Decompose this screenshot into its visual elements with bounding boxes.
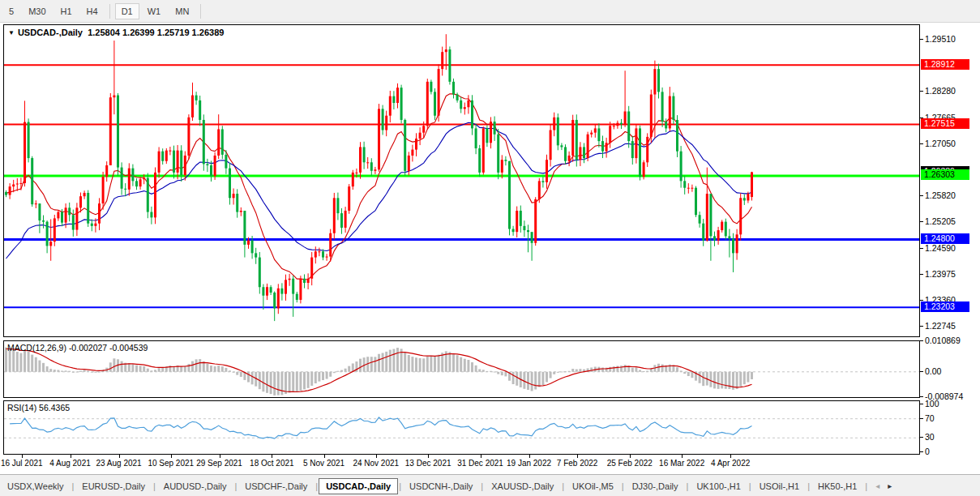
price-tick-label: 1.24590 xyxy=(925,243,956,253)
price-tick-label: 1.23975 xyxy=(925,269,956,279)
axis-tick-mark xyxy=(920,91,923,92)
tab-scroll-right-icon[interactable]: ▸ xyxy=(884,481,896,490)
price-level-tag: 1.28912 xyxy=(921,59,969,70)
date-label: 13 Dec 2021 xyxy=(405,459,451,468)
main-chart-panel[interactable]: ▼USDCAD-,Daily 1.25804 1.26399 1.25719 1… xyxy=(3,24,920,337)
price-tick-label: 1.22745 xyxy=(925,321,956,331)
chart-title: ▼USDCAD-,Daily 1.25804 1.26399 1.25719 1… xyxy=(8,28,224,37)
date-tick-mark xyxy=(272,455,272,458)
symbol-tabs: USDX,Weekly|EURUSD-,Daily|AUDUSD-,Daily|… xyxy=(0,474,980,496)
timeframe-button-H4[interactable]: H4 xyxy=(80,3,105,19)
macd-title: MACD(12,26,9) -0.002027 -0.004539 xyxy=(7,343,148,353)
timeframe-button-M30[interactable]: M30 xyxy=(22,3,52,19)
axis-tick-mark xyxy=(920,371,923,372)
tab-separator: | xyxy=(864,481,868,491)
date-label: 5 Nov 2021 xyxy=(303,459,344,468)
ohlc-close: 1.26389 xyxy=(192,28,225,37)
date-tick-mark xyxy=(481,455,481,458)
axis-tick-mark xyxy=(920,326,923,327)
timeframe-button-H1[interactable]: H1 xyxy=(54,3,79,19)
date-label: 24 Nov 2021 xyxy=(353,459,399,468)
axis-tick-mark xyxy=(920,396,923,397)
date-tick-mark xyxy=(630,455,631,458)
toolbar-separator xyxy=(200,4,201,19)
date-label: 16 Jul 2021 xyxy=(1,459,43,468)
axis-tick-mark xyxy=(920,274,923,275)
tab-scroll-left-icon[interactable]: ◂ xyxy=(871,481,884,490)
axis-tick-mark xyxy=(920,404,923,404)
axis-tick-mark xyxy=(920,39,923,40)
date-tick-mark xyxy=(376,455,377,458)
price-tick-label: 1.25205 xyxy=(925,216,956,226)
macd-label: MACD(12,26,9) xyxy=(7,343,66,353)
date-tick-mark xyxy=(577,455,578,458)
date-label: 4 Apr 2022 xyxy=(711,459,750,468)
chart-tab-eurusd-daily[interactable]: EURUSD-,Daily xyxy=(75,478,152,494)
ohlc-high: 1.26399 xyxy=(122,28,155,37)
macd-values: -0.002027 -0.004539 xyxy=(69,343,148,353)
date-tick-mark xyxy=(428,455,429,458)
candlestick-canvas[interactable] xyxy=(4,25,919,336)
symbol-dropdown-icon[interactable]: ▼ xyxy=(8,29,15,36)
symbol-label: USDCAD-,Daily xyxy=(18,28,83,37)
macd-tick-label: 0.010869 xyxy=(925,336,961,345)
chart-tab-dj30-daily[interactable]: DJ30-,Daily xyxy=(625,478,686,494)
rsi-title: RSI(14) 56.4365 xyxy=(7,403,70,413)
chart-tab-usdcad-daily[interactable]: USDCAD-,Daily xyxy=(319,478,398,494)
rsi-tick-label: 30 xyxy=(925,432,935,442)
price-tick-label: 1.29510 xyxy=(925,34,956,44)
rsi-tick-label: 100 xyxy=(925,399,939,408)
date-tick-mark xyxy=(324,455,325,458)
rsi-canvas xyxy=(4,401,919,454)
price-level-tag: 1.23203 xyxy=(921,301,969,312)
price-level-tag: 1.24800 xyxy=(921,233,969,244)
chart-tab-hk50-h1[interactable]: HK50-,H1 xyxy=(811,478,864,494)
axis-tick-mark xyxy=(920,451,923,452)
chart-tab-usdx-weekly[interactable]: USDX,Weekly xyxy=(0,478,71,494)
timeframe-button-D1[interactable]: D1 xyxy=(115,3,139,19)
axis-tick-mark xyxy=(920,221,923,222)
axis-tick-mark xyxy=(920,437,923,438)
chart-tab-xauusd-daily[interactable]: XAUUSD-,Daily xyxy=(484,478,561,494)
price-tick-label: 1.28280 xyxy=(925,86,956,96)
date-tick-mark xyxy=(119,455,120,458)
timeframe-button-5[interactable]: 5 xyxy=(2,3,20,19)
timeframe-button-MN[interactable]: MN xyxy=(169,3,195,19)
date-tick-mark xyxy=(71,455,71,458)
price-level-tag: 1.27515 xyxy=(921,118,969,129)
axis-tick-mark xyxy=(920,248,923,249)
rsi-tick-label: 70 xyxy=(925,413,935,423)
axis-tick-mark xyxy=(920,195,923,196)
axis-tick-mark xyxy=(920,418,923,419)
date-tick-mark xyxy=(529,455,530,458)
date-label: 16 Mar 2022 xyxy=(659,459,704,468)
trading-terminal: 5M30H1H4D1W1MN ▼USDCAD-,Daily 1.25804 1.… xyxy=(0,0,980,496)
ohlc-open: 1.25804 xyxy=(88,28,120,37)
chart-tab-usdchf-daily[interactable]: USDCHF-,Daily xyxy=(238,478,315,494)
chart-tab-usoil-h1[interactable]: USOil-,H1 xyxy=(752,478,807,494)
date-label: 7 Feb 2022 xyxy=(557,459,598,468)
date-label: 10 Sep 2021 xyxy=(148,459,194,468)
rsi-tick-label: 0 xyxy=(925,447,930,456)
date-tick-mark xyxy=(220,455,220,458)
date-label: 29 Sep 2021 xyxy=(196,459,242,468)
date-tick-mark xyxy=(730,455,731,458)
price-tick-label: 1.27050 xyxy=(925,139,956,148)
date-axis[interactable]: 16 Jul 20214 Aug 202123 Aug 202110 Sep 2… xyxy=(3,455,920,474)
chart-tab-ukoil-m5[interactable]: UKOil-,M5 xyxy=(565,478,621,494)
macd-tick-label: 0.00 xyxy=(925,366,941,376)
chart-tab-uk100-h1[interactable]: UK100-,H1 xyxy=(689,478,747,494)
date-label: 23 Aug 2021 xyxy=(96,459,142,468)
rsi-panel[interactable]: RSI(14) 56.4365 xyxy=(3,400,920,455)
chart-tab-usdcnh-daily[interactable]: USDCNH-,Daily xyxy=(402,478,480,494)
date-label: 31 Dec 2021 xyxy=(457,459,503,468)
macd-panel[interactable]: MACD(12,26,9) -0.002027 -0.004539 xyxy=(3,340,920,398)
date-label: 4 Aug 2021 xyxy=(49,459,91,468)
price-axis[interactable]: 1.295101.282801.276651.270501.258201.252… xyxy=(920,23,980,474)
tab-scroll-arrows: ◂▸ xyxy=(871,481,896,490)
chart-tab-audusd-daily[interactable]: AUDUSD-,Daily xyxy=(156,478,234,494)
toolbar-separator xyxy=(109,4,110,19)
rsi-value: 56.4365 xyxy=(39,403,70,413)
date-label: 19 Jan 2022 xyxy=(507,459,551,468)
timeframe-button-W1[interactable]: W1 xyxy=(141,3,168,19)
